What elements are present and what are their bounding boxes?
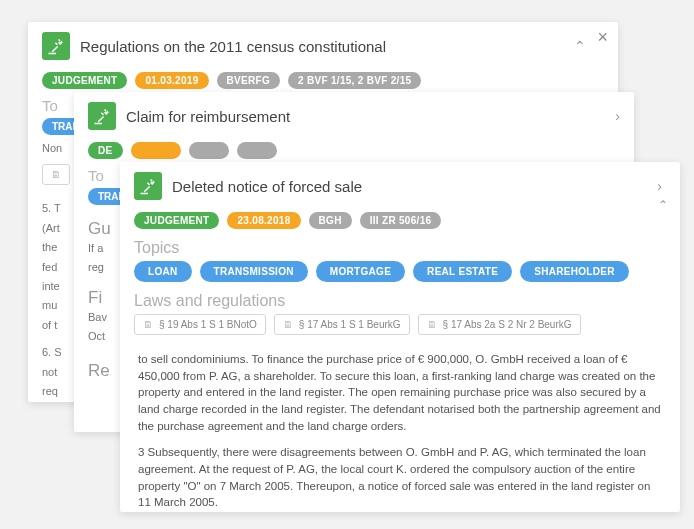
ref-badge: 2 BVF 1/15, 2 BVF 2/15: [288, 72, 421, 89]
topics-label: Topics: [120, 233, 680, 257]
chevron-up-icon[interactable]: ⌃: [574, 38, 586, 54]
type-badge: JUDGEMENT: [42, 72, 127, 89]
card-title: Claim for reimbursement: [126, 108, 605, 125]
law-text: § 17 Abs 2a S 2 Nr 2 BeurkG: [443, 319, 572, 330]
date-badge: [131, 142, 181, 159]
topic-mortgage[interactable]: MORTGAGE: [316, 261, 405, 282]
badge-row: JUDGEMENT 23.08.2018 BGH III ZR 506/16: [120, 208, 680, 233]
chevron-up-icon[interactable]: ⌃: [658, 198, 668, 212]
card-title: Deleted notice of forced sale: [172, 178, 647, 195]
law-chip[interactable]: 🗎§ 17 Abs 2a S 2 Nr 2 BeurkG: [418, 314, 581, 335]
law-chip[interactable]: 🗎§ 19 Abs 1 S 1 BNotO: [134, 314, 266, 335]
type-badge: JUDGEMENT: [134, 212, 219, 229]
topic-transmission[interactable]: TRANSMISSION: [200, 261, 308, 282]
type-badge: DE: [88, 142, 123, 159]
law-chip[interactable]: 🗎§ 17 Abs 1 S 1 BeurkG: [274, 314, 410, 335]
court-badge: BGH: [309, 212, 352, 229]
laws-label: Laws and regulations: [120, 286, 680, 310]
gavel-icon: [134, 172, 162, 200]
law-text: § 17 Abs 1 S 1 BeurkG: [299, 319, 401, 330]
card-header: Claim for reimbursement ›: [74, 92, 634, 138]
result-card-3: Deleted notice of forced sale › ⌃ JUDGEM…: [120, 162, 680, 512]
close-icon[interactable]: ×: [597, 28, 608, 46]
chevron-right-icon[interactable]: ›: [657, 178, 662, 194]
card-header: Deleted notice of forced sale ›: [120, 162, 680, 208]
court-badge: [189, 142, 229, 159]
paragraph: 3 Subsequently, there were disagreements…: [138, 444, 662, 511]
card-header: Regulations on the 2011 census constitut…: [28, 22, 618, 68]
card-title: Regulations on the 2011 census constitut…: [80, 38, 564, 55]
document-icon: 🗎: [427, 319, 437, 330]
document-icon: 🗎: [143, 319, 153, 330]
topics-row: LOAN TRANSMISSION MORTGAGE REAL ESTATE S…: [120, 257, 680, 286]
ref-badge: III ZR 506/16: [360, 212, 442, 229]
gavel-icon: [42, 32, 70, 60]
topic-loan[interactable]: LOAN: [134, 261, 192, 282]
date-badge: 01.03.2019: [135, 72, 208, 89]
document-icon: 🗎: [283, 319, 293, 330]
chevron-right-icon[interactable]: ›: [615, 108, 620, 124]
gavel-icon: [88, 102, 116, 130]
topic-real-estate[interactable]: REAL ESTATE: [413, 261, 512, 282]
doc-chip[interactable]: 🗎: [42, 164, 70, 185]
body-text: to sell condominiums. To finance the pur…: [120, 339, 680, 512]
topic-shareholder[interactable]: SHAREHOLDER: [520, 261, 629, 282]
date-badge: 23.08.2018: [227, 212, 300, 229]
document-icon: 🗎: [51, 169, 61, 180]
paragraph: to sell condominiums. To finance the pur…: [138, 351, 662, 434]
badge-row: JUDGEMENT 01.03.2019 BVERFG 2 BVF 1/15, …: [28, 68, 618, 93]
laws-row: 🗎§ 19 Abs 1 S 1 BNotO 🗎§ 17 Abs 1 S 1 Be…: [120, 310, 680, 339]
court-badge: BVERFG: [217, 72, 280, 89]
badge-row: DE: [74, 138, 634, 163]
law-text: § 19 Abs 1 S 1 BNotO: [159, 319, 257, 330]
ref-badge: [237, 142, 277, 159]
